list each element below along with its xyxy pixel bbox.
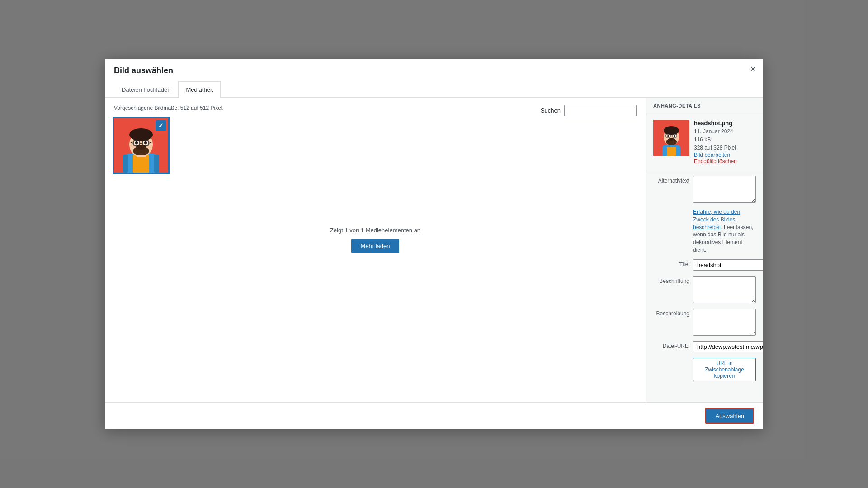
delete-image-link[interactable]: Endgültig löschen xyxy=(694,158,756,164)
media-modal: Bild auswählen × Dateien hochladen Media… xyxy=(105,59,763,429)
attachment-dimensions: 328 auf 328 Pixel xyxy=(694,144,756,152)
svg-point-13 xyxy=(144,141,147,145)
svg-rect-32 xyxy=(667,147,676,156)
alt-text-label: Alternativtext xyxy=(653,176,689,184)
selection-checkmark xyxy=(156,120,166,131)
description-label: Beschreibung xyxy=(653,309,689,317)
svg-point-7 xyxy=(129,128,153,141)
svg-point-27 xyxy=(674,135,675,137)
search-label: Suchen xyxy=(541,107,561,114)
search-area: Suchen xyxy=(541,105,637,116)
url-input[interactable] xyxy=(693,341,763,352)
media-grid xyxy=(114,118,637,173)
url-row: Datei-URL: xyxy=(653,341,756,352)
svg-point-25 xyxy=(667,135,669,137)
search-input[interactable] xyxy=(564,105,637,116)
svg-point-11 xyxy=(135,141,138,145)
attachment-panel-header: ANHANG-DETAILS xyxy=(646,98,763,114)
alt-text-row: Alternativtext xyxy=(653,176,756,203)
tab-bar: Dateien hochladen Mediathek xyxy=(105,81,763,98)
title-label: Titel xyxy=(653,259,689,267)
load-more-button[interactable]: Mehr laden xyxy=(351,239,399,253)
svg-point-23 xyxy=(668,138,675,141)
modal-overlay: Bild auswählen × Dateien hochladen Media… xyxy=(0,0,868,488)
description-row: Beschreibung xyxy=(653,309,756,336)
media-count: Zeigt 1 von 1 Medienelementen an xyxy=(114,227,637,234)
attachment-thumbnail xyxy=(653,120,689,156)
attachment-filename: headshot.png xyxy=(694,120,756,127)
alt-text-input[interactable] xyxy=(693,176,756,203)
attachment-panel: ANHANG-DETAILS xyxy=(646,98,763,402)
title-input[interactable] xyxy=(693,259,763,271)
media-item[interactable] xyxy=(114,118,168,173)
svg-point-21 xyxy=(664,126,679,135)
svg-rect-2 xyxy=(133,155,149,173)
modal-header: Bild auswählen × xyxy=(105,59,763,81)
svg-rect-4 xyxy=(154,155,159,173)
modal-body: Vorgeschlagene Bildmaße: 512 auf 512 Pix… xyxy=(105,98,763,402)
select-button[interactable]: Auswählen xyxy=(705,408,754,424)
load-more-section: Zeigt 1 von 1 Medienelementen an Mehr la… xyxy=(114,227,637,253)
attachment-filesize: 116 kB xyxy=(694,136,756,144)
attachment-date: 11. Januar 2024 xyxy=(694,127,756,136)
caption-input[interactable] xyxy=(693,276,756,303)
modal-footer: Auswählen xyxy=(105,402,763,429)
media-area: Vorgeschlagene Bildmaße: 512 auf 512 Pix… xyxy=(105,98,646,402)
tab-library[interactable]: Mediathek xyxy=(178,81,221,98)
description-input[interactable] xyxy=(693,309,756,336)
close-button[interactable]: × xyxy=(750,64,756,74)
caption-row: Beschriftung xyxy=(653,276,756,303)
attachment-fields: Alternativtext Erfahre, wie du den Zweck… xyxy=(646,170,763,387)
title-row: Titel xyxy=(653,259,756,271)
caption-label: Beschriftung xyxy=(653,276,689,284)
attachment-info: headshot.png 11. Januar 2024 116 kB 328 … xyxy=(694,120,756,164)
copy-url-button[interactable]: URL in Zwischenablage kopieren xyxy=(693,358,756,381)
edit-image-link[interactable]: Bild bearbeiten xyxy=(694,152,756,158)
alt-help-text: Erfahre, wie du den Zweck des Bildes bes… xyxy=(693,208,756,254)
url-label: Datei-URL: xyxy=(653,341,689,349)
tab-upload[interactable]: Dateien hochladen xyxy=(114,81,178,98)
alt-help-row: Erfahre, wie du den Zweck des Bildes bes… xyxy=(653,208,756,254)
modal-title: Bild auswählen xyxy=(114,66,173,81)
svg-rect-3 xyxy=(123,155,128,173)
attachment-preview: headshot.png 11. Januar 2024 116 kB 328 … xyxy=(646,114,763,170)
